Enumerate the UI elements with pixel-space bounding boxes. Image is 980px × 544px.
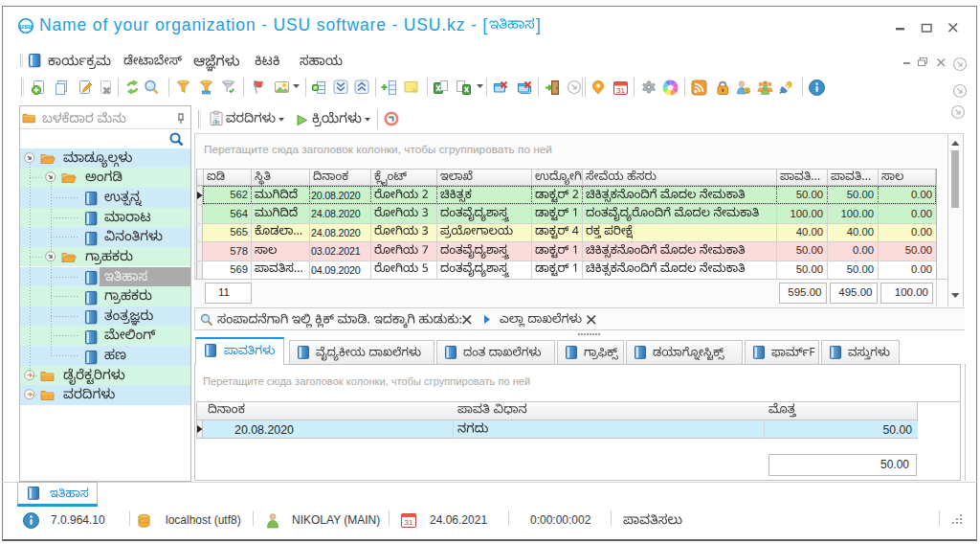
svg-text:31: 31 (405, 518, 413, 527)
svg-text:31: 31 (616, 86, 625, 95)
svg-text:usu: usu (19, 22, 33, 31)
